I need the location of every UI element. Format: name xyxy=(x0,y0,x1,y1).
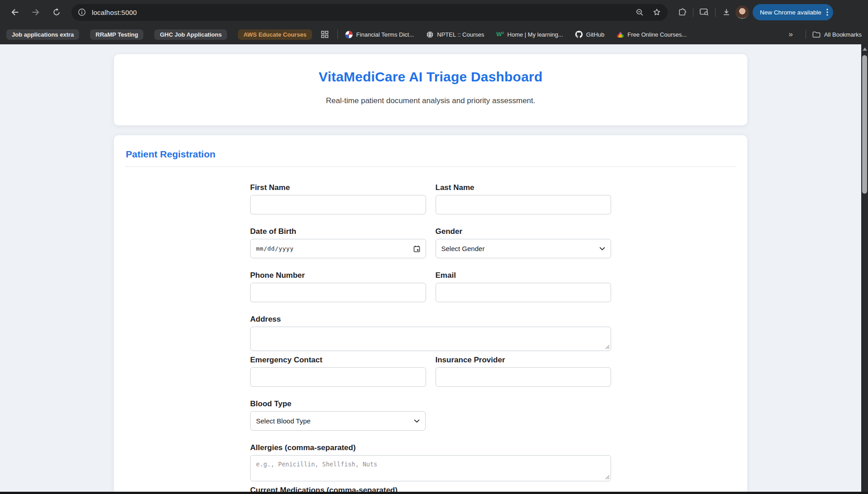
zoom-out-icon xyxy=(636,8,644,17)
gender-label: Gender xyxy=(436,227,612,236)
patient-registration-card: Patient Registration First Name Last Nam… xyxy=(114,135,747,492)
kebab-menu-icon xyxy=(826,8,829,17)
extensions-puzzle-icon xyxy=(678,8,687,17)
extensions-button[interactable] xyxy=(675,5,689,19)
back-arrow-icon xyxy=(10,7,20,17)
tab-group-ghc-job-applications[interactable]: GHC Job Applications xyxy=(154,29,227,40)
heading-divider xyxy=(125,166,736,167)
insurance-provider-input[interactable] xyxy=(436,367,612,387)
last-name-label: Last Name xyxy=(436,183,612,192)
web-page-content: VitaMediCare AI Triage Dashboard Real-ti… xyxy=(0,44,861,492)
browser-menu-button[interactable] xyxy=(826,8,829,17)
bookmark-github[interactable]: GitHub xyxy=(575,30,604,38)
blood-type-select[interactable]: Select Blood Type xyxy=(250,411,426,431)
all-bookmarks-label: All Bookmarks xyxy=(824,31,862,38)
bookmark-label: Financial Terms Dict... xyxy=(356,31,414,38)
emergency-contact-input[interactable] xyxy=(250,367,426,387)
bookmark-label: Free Online Courses... xyxy=(627,31,687,38)
scrollbar-up-arrow[interactable] xyxy=(863,48,867,51)
registration-form: First Name Last Name Date of Birth mm/dd… xyxy=(250,183,611,492)
email-input[interactable] xyxy=(436,283,612,302)
tab-group-job-applications-extra[interactable]: Job applications extra xyxy=(6,29,79,40)
pinwheel-icon xyxy=(345,30,353,38)
bookmark-label: GitHub xyxy=(586,31,604,38)
page-subtitle: Real-time patient document analysis and … xyxy=(114,96,747,105)
tab-group-rramp-testing[interactable]: RRaMP Testing xyxy=(90,29,143,40)
scrollbar-thumb[interactable] xyxy=(862,55,867,194)
dob-input[interactable]: mm/dd/yyyy xyxy=(250,239,426,258)
tab-group-aws-educate-courses[interactable]: AWS Educate Courses xyxy=(238,29,312,40)
blood-type-selected-value: Select Blood Type xyxy=(256,417,311,425)
bookmarks-separator xyxy=(806,30,806,39)
phone-input[interactable] xyxy=(250,283,426,302)
back-button[interactable] xyxy=(7,5,23,20)
chevron-down-icon xyxy=(414,419,420,423)
calendar-icon[interactable] xyxy=(413,245,420,252)
first-name-input[interactable] xyxy=(250,195,426,214)
allergies-textarea[interactable] xyxy=(250,455,611,481)
zoom-button[interactable] xyxy=(636,8,644,17)
url-text[interactable]: localhost:5000 xyxy=(92,9,627,16)
bookmarks-bar: Job applications extra RRaMP Testing GHC… xyxy=(0,24,868,44)
apps-grid-icon xyxy=(321,31,328,38)
download-icon xyxy=(722,8,731,17)
insurance-provider-label: Insurance Provider xyxy=(436,356,612,365)
window-bottom-edge xyxy=(0,492,868,494)
gender-selected-value: Select Gender xyxy=(441,245,485,252)
downloads-button[interactable] xyxy=(719,5,734,19)
colorful-peak-icon xyxy=(616,30,624,38)
blood-type-label: Blood Type xyxy=(250,399,426,408)
chrome-update-button[interactable]: New Chrome available xyxy=(753,4,833,20)
address-textarea[interactable] xyxy=(250,327,611,351)
bookmark-label: Home | My learning... xyxy=(508,31,563,38)
vertical-scrollbar[interactable] xyxy=(861,44,868,494)
allergies-label: Allergies (comma-separated) xyxy=(250,443,611,452)
bookmark-free-online-courses[interactable]: Free Online Courses... xyxy=(616,30,687,38)
bookmark-star-button[interactable] xyxy=(652,8,661,17)
email-label: Email xyxy=(436,271,612,280)
address-bar[interactable]: localhost:5000 xyxy=(71,4,668,21)
browser-toolbar: localhost:5000 xyxy=(0,0,868,24)
resize-handle-icon[interactable] xyxy=(605,475,610,480)
dashboard-header-card: VitaMediCare AI Triage Dashboard Real-ti… xyxy=(114,54,747,125)
first-name-label: First Name xyxy=(250,183,426,192)
bookmarks-separator xyxy=(337,30,338,39)
star-icon xyxy=(652,8,661,17)
profile-avatar[interactable] xyxy=(735,5,749,19)
forward-button[interactable] xyxy=(28,5,43,20)
reload-button[interactable] xyxy=(49,5,64,20)
site-info-icon[interactable] xyxy=(78,8,86,16)
registration-heading: Patient Registration xyxy=(126,149,736,160)
bookmark-financial-terms[interactable]: Financial Terms Dict... xyxy=(345,30,414,38)
chevron-down-icon xyxy=(599,247,605,251)
all-bookmarks-button[interactable]: All Bookmarks xyxy=(812,31,862,38)
dob-placeholder-value: mm/dd/yyyy xyxy=(256,245,294,252)
globe-icon xyxy=(426,30,434,38)
phone-label: Phone Number xyxy=(250,271,426,280)
w3schools-icon: W3 xyxy=(496,30,504,38)
bookmark-label: NPTEL :: Courses xyxy=(437,31,484,38)
toolbar-separator xyxy=(693,8,693,17)
current-medications-label: Current Medications (comma-separated) xyxy=(250,486,611,492)
emergency-contact-label: Emergency Contact xyxy=(250,356,426,365)
last-name-input[interactable] xyxy=(436,195,612,214)
reload-icon xyxy=(52,8,61,17)
bookmarks-overflow-button[interactable]: » xyxy=(788,30,792,39)
dob-label: Date of Birth xyxy=(250,227,426,236)
bookmark-nptel-courses[interactable]: NPTEL :: Courses xyxy=(426,30,484,38)
bookmark-home-my-learning[interactable]: W3 Home | My learning... xyxy=(496,30,563,38)
screen-search-icon xyxy=(699,8,709,17)
resize-handle-icon[interactable] xyxy=(605,345,610,349)
gender-select[interactable]: Select Gender xyxy=(436,239,612,258)
github-icon xyxy=(575,30,583,38)
chrome-update-label: New Chrome available xyxy=(760,9,821,16)
forward-arrow-icon xyxy=(31,7,41,17)
address-label: Address xyxy=(250,315,611,324)
apps-grid-button[interactable] xyxy=(319,29,330,40)
toolbar-right-cluster: New Chrome available xyxy=(675,4,833,20)
toolbar-separator xyxy=(715,8,716,17)
screen-search-button[interactable] xyxy=(697,5,711,19)
folder-icon xyxy=(812,31,821,38)
page-title: VitaMediCare AI Triage Dashboard xyxy=(114,69,747,85)
